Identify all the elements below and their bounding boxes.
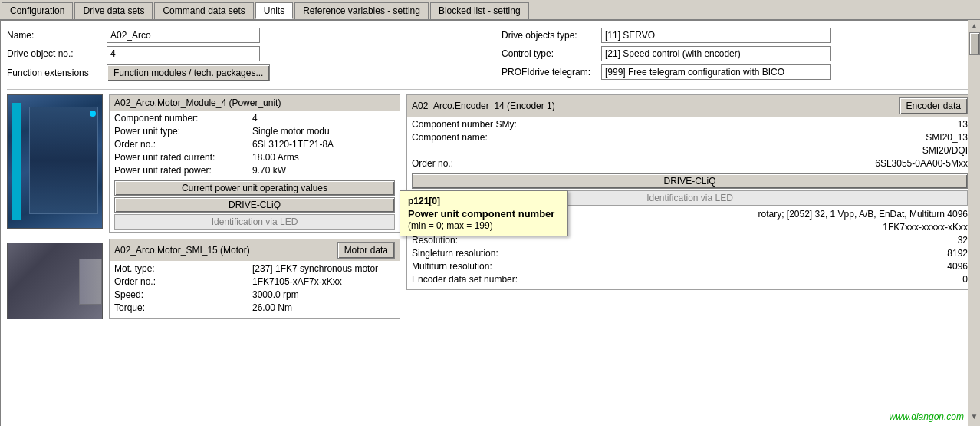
tooltip-range: (min = 0; max = 199): [408, 220, 560, 231]
comp-number-row: Component number: 4: [114, 113, 395, 124]
tab-drive-data-sets[interactable]: Drive data sets: [74, 2, 153, 19]
mot-type-label: Mot. type:: [114, 263, 252, 274]
drive-obj-no-label: Drive object no.:: [7, 48, 107, 59]
drive-obj-no-value[interactable]: 4: [107, 46, 260, 61]
enc-type-value: rotary; [2052] 32, 1 Vpp, A/B, EnDat, Mu…: [550, 209, 968, 220]
power-unit-header: A02_Arco.Motor_Module_4 (Power_unit): [110, 95, 400, 111]
power-unit-type-label: Power unit type:: [114, 126, 252, 137]
drive-obj-no-row: Drive object no.: 4: [7, 46, 478, 61]
enc-drive-cliq-button[interactable]: DRIVE-CLiQ: [412, 173, 968, 189]
device-images: [7, 94, 103, 325]
enc-order-no-value: 6SL3055-0AA00-5Mxx: [550, 158, 968, 169]
tab-configuration[interactable]: Configuration: [2, 2, 73, 19]
motor-order-no-value: 1FK7105-xAF7x-xKxx: [252, 276, 342, 287]
power-unit-header-text: A02_Arco.Motor_Module_4 (Power_unit): [114, 97, 281, 108]
enc-order-no-label: Order no.:: [412, 158, 550, 169]
power-unit-section: A02_Arco.Motor_Module_4 (Power_unit) Com…: [109, 94, 400, 233]
main-content: Name: A02_Arco Drive object no.: 4 Funct…: [0, 21, 980, 426]
motor-header: A02_Arco.Motor_SMI_15 (Motor) Motor data: [110, 239, 400, 261]
speed-value: 3000.0 rpm: [252, 289, 299, 300]
power-unit-image: [7, 94, 103, 229]
led-indicator: [90, 111, 96, 117]
power-unit-type-row: Power unit type: Single motor modu: [114, 126, 395, 137]
enc-comp-name2-value: SMI20/DQI: [550, 145, 968, 156]
drive-objects-type-row: Drive objects type: [11] SERVO: [502, 28, 973, 43]
power-unit-body: [29, 107, 98, 214]
motor-data-button[interactable]: Motor data: [337, 242, 395, 259]
motor-body: Mot. type: [237] 1FK7 synchronous motor …: [110, 261, 400, 318]
multiturn-value: 4096: [550, 261, 968, 272]
scroll-down-button[interactable]: ▼: [968, 411, 980, 422]
enc-order-no-row: Order no.: 6SL3055-0AA00-5Mxx: [412, 158, 968, 169]
tab-blocked-list[interactable]: Blocked list - setting: [430, 2, 529, 19]
torque-value: 26.00 Nm: [252, 302, 292, 313]
motor-header-text: A02_Arco.Motor_SMI_15 (Motor): [114, 245, 250, 256]
rated-current-value: 18.00 Arms: [252, 152, 299, 163]
enc-comp-name-label: Component name:: [412, 132, 550, 143]
rated-power-row: Power unit rated power: 9.70 kW: [114, 165, 395, 176]
motor-order-no-row: Order no.: 1FK7105-xAF7x-xKxx: [114, 276, 395, 287]
profidrive-row: PROFIdrive telegram: [999] Free telegram…: [502, 64, 973, 80]
tab-command-data-sets[interactable]: Command data sets: [154, 2, 253, 19]
function-ext-button[interactable]: Function modules / tech. packages...: [107, 64, 270, 81]
dataset-no-label: Encoder data set number:: [412, 274, 550, 285]
speed-row: Speed: 3000.0 rpm: [114, 289, 395, 300]
name-value[interactable]: A02_Arco: [107, 28, 260, 43]
power-operating-values-button[interactable]: Current power unit operating values: [114, 180, 395, 196]
comp-no-smy-row: Component number SMy: 13: [412, 119, 968, 130]
power-unit-type-value: Single motor modu: [252, 126, 330, 137]
control-type-label: Control type:: [502, 48, 601, 59]
rated-current-label: Power unit rated current:: [114, 152, 252, 163]
power-unit-body: Component number: 4 Power unit type: Sin…: [110, 111, 400, 232]
power-drive-cliq-button[interactable]: DRIVE-CLiQ: [114, 197, 395, 213]
comp-no-smy-value: 13: [550, 119, 968, 130]
dataset-no-row: Encoder data set number: 0: [412, 274, 968, 285]
enc-order-no2-value: 1FK7xxx-xxxxx-xKxx: [550, 222, 968, 233]
drive-objects-type-value[interactable]: [11] SERVO: [601, 28, 831, 43]
resolution-label: Resolution:: [412, 235, 550, 246]
enc-comp-name-value: SMI20_13: [550, 132, 968, 143]
encoder-header: A02_Arco.Encoder_14 (Encoder 1) Encoder …: [407, 95, 972, 117]
control-type-value[interactable]: [21] Speed control (with encoder): [601, 46, 831, 61]
enc-comp-name-row: Component name: SMI20_13: [412, 132, 968, 143]
encoder-data-button[interactable]: Encoder data: [899, 97, 968, 114]
singleturn-value: 8192: [550, 248, 968, 259]
rated-power-label: Power unit rated power:: [114, 165, 252, 176]
enc-comp-name2-row: SMI20/DQI: [412, 145, 968, 156]
control-type-row: Control type: [21] Speed control (with e…: [502, 46, 973, 61]
comp-number-value: 4: [252, 113, 258, 124]
left-sections: A02_Arco.Motor_Module_4 (Power_unit) Com…: [109, 94, 400, 325]
name-row: Name: A02_Arco: [7, 28, 478, 43]
power-identify-button[interactable]: Identification via LED: [114, 214, 395, 230]
tooltip: p121[0] Power unit component number (min…: [400, 190, 568, 236]
tab-bar: Configuration Drive data sets Command da…: [0, 0, 980, 21]
resolution-value: 32: [550, 235, 968, 246]
singleturn-label: Singleturn resolution:: [412, 248, 550, 259]
name-label: Name:: [7, 30, 107, 41]
left-top-fields: Name: A02_Arco Drive object no.: 4 Funct…: [7, 28, 478, 84]
right-top-fields: Drive objects type: [11] SERVO Control t…: [502, 28, 973, 84]
resolution-row: Resolution: 32: [412, 235, 968, 246]
tooltip-description: Power unit component number: [408, 208, 560, 220]
motor-shaft: [79, 259, 102, 305]
torque-label: Torque:: [114, 302, 252, 313]
encoder-header-text: A02_Arco.Encoder_14 (Encoder 1): [412, 101, 555, 111]
watermark: www.diangon.com: [890, 411, 964, 422]
motor-section: A02_Arco.Motor_SMI_15 (Motor) Motor data…: [109, 239, 400, 319]
divider: [7, 89, 973, 90]
left-panel: A02_Arco.Motor_Module_4 (Power_unit) Com…: [7, 94, 400, 325]
drive-objects-type-label: Drive objects type:: [502, 30, 601, 41]
top-fields: Name: A02_Arco Drive object no.: 4 Funct…: [7, 28, 973, 84]
power-order-no-label: Order no.:: [114, 139, 252, 150]
profidrive-value[interactable]: [999] Free telegram configuration with B…: [601, 64, 831, 80]
power-order-no-value: 6SL3120-1TE21-8A: [252, 139, 334, 150]
tab-reference-variables[interactable]: Reference variables - setting: [294, 2, 429, 19]
mot-type-value: [237] 1FK7 synchronous motor: [252, 263, 378, 274]
comp-no-smy-label: Component number SMy:: [412, 119, 550, 130]
scroll-up-button[interactable]: ▲: [968, 20, 980, 31]
motor-image: [7, 243, 103, 319]
tab-units[interactable]: Units: [255, 2, 293, 19]
scrollbar-thumb[interactable]: [969, 32, 980, 55]
scrollbar[interactable]: ▲ ▼: [968, 20, 980, 426]
rated-current-row: Power unit rated current: 18.00 Arms: [114, 152, 395, 163]
